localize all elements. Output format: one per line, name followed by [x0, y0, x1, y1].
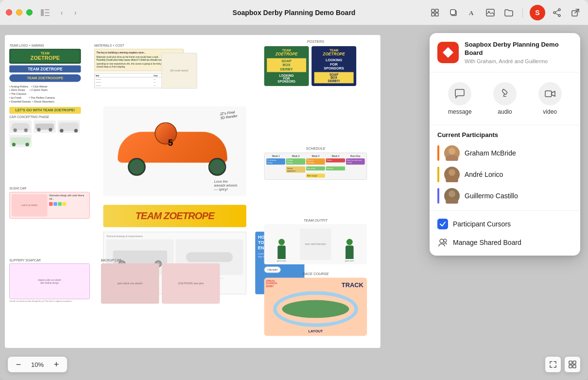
participant-cursors-toggle[interactable]: Participant Cursors	[430, 215, 580, 233]
participant-name: Guillermo Castillo	[465, 192, 572, 200]
zoom-controls: − 10% +	[8, 357, 67, 372]
forward-button[interactable]: ›	[69, 7, 81, 18]
pages-tool-button[interactable]	[428, 6, 442, 19]
copy-tool-button[interactable]	[447, 6, 460, 19]
participant-cursors-label: Participant Cursors	[453, 220, 511, 228]
text-tool-button[interactable]: A	[465, 6, 479, 19]
external-link-button[interactable]	[569, 6, 582, 19]
svg-rect-7	[435, 13, 438, 16]
participant-list: Graham McBride André Lorico	[430, 142, 580, 207]
backup-car-section: BACKUP CAR pink block car sketch ZOETROP…	[101, 259, 231, 308]
participant-avatar	[444, 167, 460, 182]
manage-board-icon	[437, 237, 448, 248]
bottom-right-controls	[545, 357, 580, 372]
folder-tool-button[interactable]	[502, 6, 516, 19]
zoom-value: 10%	[28, 361, 47, 368]
panel-board-subtitle: With Graham, André and Guillermo	[465, 58, 572, 64]
app-logo	[437, 42, 459, 63]
materials-section: MATERIALS + COST The key to building a w…	[94, 44, 184, 88]
svg-rect-0	[41, 9, 44, 16]
sushi-car-section: SUSHI CAR sushi car sketch Alternative d…	[9, 187, 90, 219]
panel-divider	[430, 210, 580, 211]
svg-point-14	[553, 12, 555, 14]
video-label: video	[543, 108, 557, 115]
team-name-banner: TEAM ZOETROPE	[103, 205, 246, 227]
svg-point-25	[449, 148, 455, 155]
car-concepting-section: CAR CONCEPTING PHASE	[9, 116, 90, 147]
svg-rect-23	[573, 365, 576, 368]
svg-text:A: A	[469, 9, 474, 17]
svg-rect-22	[569, 365, 572, 368]
svg-point-26	[446, 155, 458, 161]
svg-point-13	[558, 9, 560, 11]
app-window: ‹ › Soapbox Derby Planning Demo Board A …	[0, 0, 588, 380]
sidebar-toggle-button[interactable]	[38, 7, 52, 18]
image-tool-button[interactable]	[484, 6, 497, 19]
svg-point-28	[446, 176, 458, 182]
svg-rect-3	[45, 15, 50, 16]
svg-rect-5	[435, 9, 438, 12]
final-render-section: JZ's Final3D Render 5 Love	[103, 106, 246, 196]
participant-name: Graham McBride	[465, 149, 572, 157]
svg-rect-1	[45, 9, 50, 10]
fit-to-screen-button[interactable]	[545, 357, 561, 372]
svg-rect-2	[45, 12, 50, 13]
close-button[interactable]	[6, 9, 12, 16]
participant-item: André Lorico	[437, 164, 572, 185]
participant-color-indicator	[437, 145, 439, 161]
grid-view-button[interactable]	[565, 357, 580, 372]
message-label: message	[448, 108, 472, 115]
race-course-section: RACE COURSE ANNUALSOAPBOXDERBY TRACK LAY…	[264, 272, 367, 336]
svg-rect-9	[450, 10, 455, 15]
participant-item: Graham McBride	[437, 142, 572, 164]
svg-rect-21	[573, 361, 576, 364]
maximize-button[interactable]	[26, 9, 33, 16]
message-button[interactable]: message	[437, 80, 483, 117]
titlebar: ‹ › Soapbox Derby Planning Demo Board A …	[0, 0, 588, 25]
participant-item: Guillermo Castillo	[437, 185, 572, 207]
participant-avatar	[444, 188, 460, 204]
toolbar-divider	[522, 8, 523, 17]
participant-name: André Lorico	[465, 171, 572, 178]
board-content: TEAM LOGO + NAMING TEAM ZOETROPE TEAM ZO…	[5, 35, 380, 348]
action-buttons: message audio video	[430, 72, 580, 125]
nav-buttons: ‹ ›	[56, 7, 81, 18]
user-avatar-button[interactable]: S	[530, 5, 545, 20]
schedule-section: SCHEDULE Week 1 Week 2 Week 3 Week 4 Rac…	[264, 147, 367, 180]
back-button[interactable]: ‹	[56, 7, 68, 18]
message-icon-circle	[448, 82, 471, 105]
svg-line-17	[555, 13, 558, 15]
video-button[interactable]: video	[527, 80, 572, 117]
zoom-out-button[interactable]: −	[13, 359, 24, 370]
svg-point-27	[449, 169, 455, 176]
panel-title-area: Soapbox Derby Planning Demo Board With G…	[465, 41, 572, 64]
svg-point-30	[446, 198, 458, 204]
share-button[interactable]	[550, 6, 564, 19]
slippery-car-section: SLIPPERY SOAPCAR slippery pink car sketc…	[9, 259, 90, 302]
panel-board-name: Soapbox Derby Planning Demo Board	[465, 41, 572, 57]
zoom-in-button[interactable]: +	[51, 359, 62, 370]
svg-rect-4	[432, 9, 434, 12]
video-icon-circle	[538, 82, 562, 105]
collab-panel: Soapbox Derby Planning Demo Board With G…	[430, 33, 580, 256]
minimize-button[interactable]	[16, 9, 22, 16]
audio-icon-circle	[493, 82, 517, 105]
toolbar-tools: A S	[428, 5, 582, 20]
team-outfit-section: TEAM OUTFIT green racer team outfit illu…	[264, 218, 367, 273]
participant-avatar	[444, 145, 460, 161]
posters-section: POSTERS TEAM ZOETROPE SOAPBOXDERBY LOOKI…	[264, 39, 367, 86]
audio-label: audio	[498, 108, 512, 115]
participants-section-header: Current Participants	[430, 125, 580, 142]
svg-rect-11	[486, 9, 494, 16]
panel-header: Soapbox Derby Planning Demo Board With G…	[430, 33, 580, 72]
svg-point-15	[558, 15, 560, 17]
manage-shared-board-button[interactable]: Manage Shared Board	[430, 233, 580, 256]
svg-point-31	[440, 239, 444, 243]
svg-rect-6	[432, 13, 434, 16]
checkbox-checked-icon	[437, 219, 448, 229]
svg-point-29	[449, 190, 455, 197]
traffic-lights	[6, 9, 33, 16]
svg-line-19	[575, 9, 579, 13]
audio-button[interactable]: audio	[483, 80, 528, 117]
svg-point-32	[444, 239, 447, 242]
